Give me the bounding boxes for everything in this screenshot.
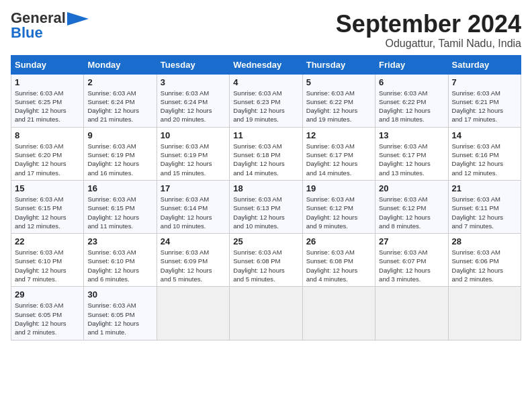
day-cell-25: 25Sunrise: 6:03 AMSunset: 6:08 PMDayligh… [230,234,302,287]
day-cell-21: 21Sunrise: 6:03 AMSunset: 6:11 PMDayligh… [448,180,521,233]
day-number: 17 [161,183,226,193]
day-number: 3 [161,77,226,87]
day-number: 25 [233,236,298,246]
empty-cell [448,287,521,340]
day-cell-19: 19Sunrise: 6:03 AMSunset: 6:12 PMDayligh… [302,180,375,233]
header-thursday: Thursday [302,55,375,74]
day-cell-9: 9Sunrise: 6:03 AMSunset: 6:19 PMDaylight… [84,127,157,180]
day-info: Sunrise: 6:03 AMSunset: 6:20 PMDaylight:… [15,142,80,177]
empty-cell [157,287,229,340]
day-info: Sunrise: 6:03 AMSunset: 6:23 PMDaylight:… [233,89,298,124]
location-title: Odugattur, Tamil Nadu, India [336,38,521,50]
day-number: 9 [87,130,152,140]
day-cell-29: 29Sunrise: 6:03 AMSunset: 6:05 PMDayligh… [11,287,84,340]
day-cell-27: 27Sunrise: 6:03 AMSunset: 6:07 PMDayligh… [375,234,448,287]
day-info: Sunrise: 6:03 AMSunset: 6:05 PMDaylight:… [15,301,80,336]
logo-text: General [11,11,66,26]
empty-cell [302,287,375,340]
day-info: Sunrise: 6:03 AMSunset: 6:12 PMDaylight:… [306,195,371,230]
day-number: 21 [452,183,517,193]
header-monday: Monday [84,55,157,74]
header-tuesday: Tuesday [157,55,229,74]
day-number: 15 [15,183,80,193]
day-info: Sunrise: 6:03 AMSunset: 6:24 PMDaylight:… [87,89,152,124]
day-info: Sunrise: 6:03 AMSunset: 6:21 PMDaylight:… [452,89,517,124]
day-cell-7: 7Sunrise: 6:03 AMSunset: 6:21 PMDaylight… [448,74,521,127]
day-cell-24: 24Sunrise: 6:03 AMSunset: 6:09 PMDayligh… [157,234,229,287]
day-cell-28: 28Sunrise: 6:03 AMSunset: 6:06 PMDayligh… [448,234,521,287]
day-info: Sunrise: 6:03 AMSunset: 6:24 PMDaylight:… [161,89,226,124]
day-number: 12 [306,130,371,140]
day-cell-23: 23Sunrise: 6:03 AMSunset: 6:10 PMDayligh… [84,234,157,287]
day-cell-6: 6Sunrise: 6:03 AMSunset: 6:22 PMDaylight… [375,74,448,127]
day-number: 30 [87,289,152,300]
day-number: 29 [15,289,80,300]
day-info: Sunrise: 6:03 AMSunset: 6:22 PMDaylight:… [379,89,444,124]
day-info: Sunrise: 6:03 AMSunset: 6:12 PMDaylight:… [379,195,444,230]
day-info: Sunrise: 6:03 AMSunset: 6:14 PMDaylight:… [161,195,226,230]
day-cell-16: 16Sunrise: 6:03 AMSunset: 6:15 PMDayligh… [84,180,157,233]
month-title: September 2024 [336,11,521,38]
day-number: 26 [306,236,371,246]
empty-cell [230,287,302,340]
day-number: 14 [452,130,517,140]
day-number: 1 [15,77,80,87]
day-cell-22: 22Sunrise: 6:03 AMSunset: 6:10 PMDayligh… [11,234,84,287]
day-info: Sunrise: 6:03 AMSunset: 6:13 PMDaylight:… [233,195,298,230]
day-info: Sunrise: 6:03 AMSunset: 6:08 PMDaylight:… [306,248,371,283]
day-number: 2 [87,77,152,87]
day-info: Sunrise: 6:03 AMSunset: 6:06 PMDaylight:… [452,248,517,283]
day-info: Sunrise: 6:03 AMSunset: 6:11 PMDaylight:… [452,195,517,230]
week-row-5: 29Sunrise: 6:03 AMSunset: 6:05 PMDayligh… [11,287,521,340]
day-number: 27 [379,236,444,246]
day-number: 23 [87,236,152,246]
day-info: Sunrise: 6:03 AMSunset: 6:17 PMDaylight:… [306,142,371,177]
day-cell-14: 14Sunrise: 6:03 AMSunset: 6:16 PMDayligh… [448,127,521,180]
day-info: Sunrise: 6:03 AMSunset: 6:07 PMDaylight:… [379,248,444,283]
day-cell-17: 17Sunrise: 6:03 AMSunset: 6:14 PMDayligh… [157,180,229,233]
header-wednesday: Wednesday [230,55,302,74]
logo-blue-text: Blue [11,26,43,40]
day-number: 16 [87,183,152,193]
day-cell-3: 3Sunrise: 6:03 AMSunset: 6:24 PMDaylight… [157,74,229,127]
day-cell-13: 13Sunrise: 6:03 AMSunset: 6:17 PMDayligh… [375,127,448,180]
day-cell-11: 11Sunrise: 6:03 AMSunset: 6:18 PMDayligh… [230,127,302,180]
day-number: 5 [306,77,371,87]
day-cell-10: 10Sunrise: 6:03 AMSunset: 6:19 PMDayligh… [157,127,229,180]
week-row-3: 15Sunrise: 6:03 AMSunset: 6:15 PMDayligh… [11,180,521,233]
day-cell-26: 26Sunrise: 6:03 AMSunset: 6:08 PMDayligh… [302,234,375,287]
day-cell-4: 4Sunrise: 6:03 AMSunset: 6:23 PMDaylight… [230,74,302,127]
weekday-header-row: Sunday Monday Tuesday Wednesday Thursday… [11,55,521,74]
day-cell-18: 18Sunrise: 6:03 AMSunset: 6:13 PMDayligh… [230,180,302,233]
day-info: Sunrise: 6:03 AMSunset: 6:16 PMDaylight:… [452,142,517,177]
day-number: 7 [452,77,517,87]
day-info: Sunrise: 6:03 AMSunset: 6:10 PMDaylight:… [87,248,152,283]
day-number: 28 [452,236,517,246]
day-info: Sunrise: 6:03 AMSunset: 6:05 PMDaylight:… [87,301,152,336]
title-block: September 2024 Odugattur, Tamil Nadu, In… [336,11,521,50]
day-info: Sunrise: 6:03 AMSunset: 6:15 PMDaylight:… [15,195,80,230]
day-info: Sunrise: 6:03 AMSunset: 6:25 PMDaylight:… [15,89,80,124]
day-number: 24 [161,236,226,246]
day-number: 20 [379,183,444,193]
logo: General Blue [11,11,89,40]
day-info: Sunrise: 6:03 AMSunset: 6:17 PMDaylight:… [379,142,444,177]
calendar-table: Sunday Monday Tuesday Wednesday Thursday… [11,55,521,340]
day-number: 6 [379,77,444,87]
day-number: 18 [233,183,298,193]
page-header: General Blue September 2024 Odugattur, T… [11,11,521,50]
header-friday: Friday [375,55,448,74]
day-info: Sunrise: 6:03 AMSunset: 6:15 PMDaylight:… [87,195,152,230]
header-sunday: Sunday [11,55,84,74]
svg-marker-0 [67,12,89,26]
day-cell-2: 2Sunrise: 6:03 AMSunset: 6:24 PMDaylight… [84,74,157,127]
day-info: Sunrise: 6:03 AMSunset: 6:22 PMDaylight:… [306,89,371,124]
day-number: 13 [379,130,444,140]
day-number: 4 [233,77,298,87]
day-info: Sunrise: 6:03 AMSunset: 6:18 PMDaylight:… [233,142,298,177]
day-info: Sunrise: 6:03 AMSunset: 6:10 PMDaylight:… [15,248,80,283]
day-cell-30: 30Sunrise: 6:03 AMSunset: 6:05 PMDayligh… [84,287,157,340]
day-info: Sunrise: 6:03 AMSunset: 6:09 PMDaylight:… [161,248,226,283]
week-row-4: 22Sunrise: 6:03 AMSunset: 6:10 PMDayligh… [11,234,521,287]
day-cell-15: 15Sunrise: 6:03 AMSunset: 6:15 PMDayligh… [11,180,84,233]
